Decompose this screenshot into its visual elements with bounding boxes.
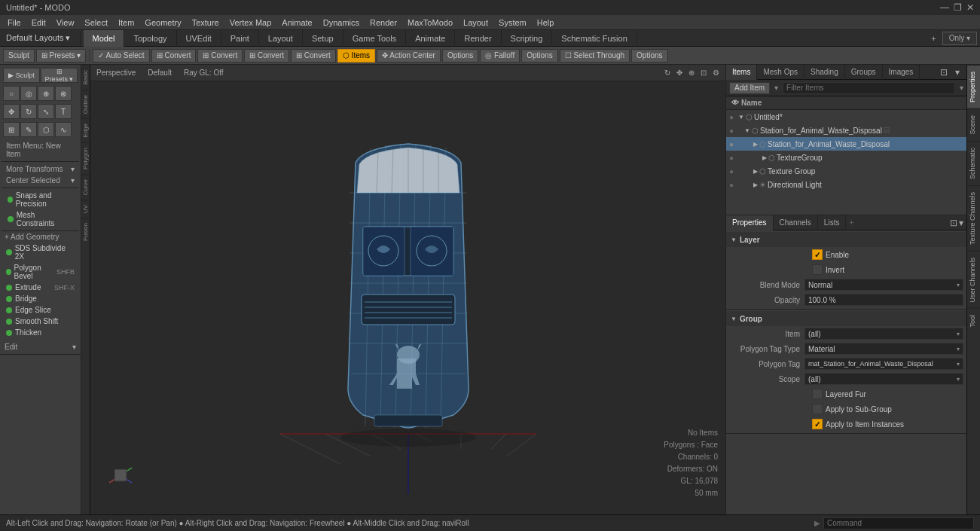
layout-tab-uvedit[interactable]: UVEdit — [177, 30, 221, 47]
edge-vtab[interactable]: Edge — [81, 118, 90, 142]
uv-vtab[interactable]: UV — [81, 200, 90, 218]
arrow-tg1[interactable]: ▶ — [762, 154, 767, 161]
polygon-vtab[interactable]: Polygon — [81, 142, 90, 174]
tab-channels[interactable]: Channels — [774, 215, 818, 230]
props-more-icon[interactable]: ▾ — [959, 218, 963, 228]
scale-tool[interactable]: ⤡ — [38, 104, 54, 119]
snap-tool[interactable]: ⊞ — [3, 122, 20, 137]
vtab-tool[interactable]: Tool — [967, 308, 980, 334]
arrow-tg2[interactable]: ▶ — [753, 168, 758, 175]
vtab-schematic[interactable]: Schematic — [967, 141, 980, 185]
apply-instances-checkbox[interactable]: ✓ — [812, 419, 823, 429]
sculpt-tb-button[interactable]: Sculpt — [3, 49, 35, 63]
layout-tab-schematic-fusion[interactable]: Schematic Fusion — [552, 30, 637, 47]
minimize-button[interactable]: — — [940, 2, 949, 13]
layout-tab-render[interactable]: Render — [455, 30, 501, 47]
options-button-3[interactable]: Options — [631, 49, 667, 63]
spline-tool[interactable]: ∿ — [55, 122, 72, 137]
paint-tool[interactable]: ✎ — [20, 122, 37, 137]
vtab-texture-channels[interactable]: Texture Channels — [967, 185, 980, 251]
layout-tab-animate[interactable]: Animate — [406, 30, 455, 47]
layered-fur-checkbox[interactable] — [812, 389, 823, 399]
menu-item-vertex map[interactable]: Vertex Map — [225, 15, 276, 30]
filter-items-input[interactable] — [783, 82, 955, 94]
preset-selector[interactable]: Default Layouts ▾ — [0, 33, 77, 43]
layout-tab-layout[interactable]: Layout — [259, 30, 303, 47]
poly-tag-value[interactable]: mat_Station_for_Animal_Waste_Disposal ▾ — [804, 358, 963, 370]
tab-shading[interactable]: Shading — [804, 65, 845, 80]
outline-vtab[interactable]: Outline — [81, 90, 90, 118]
menu-item-item[interactable]: Item — [114, 15, 139, 30]
extrude-item[interactable]: Extrude SHF-X — [2, 282, 79, 293]
menu-item-layout[interactable]: Layout — [459, 15, 493, 30]
item-value[interactable]: (all) ▾ — [804, 328, 963, 340]
add-geometry-label[interactable]: + Add Geometry — [2, 231, 79, 243]
arrow-station2[interactable]: ▶ — [753, 141, 758, 148]
enable-checkbox[interactable]: ✓ — [812, 249, 823, 260]
falloff-button[interactable]: ◎ Falloff — [480, 49, 520, 63]
menu-item-help[interactable]: Help — [533, 15, 559, 30]
menu-item-render[interactable]: Render — [365, 15, 401, 30]
edge-slice-item[interactable]: Edge Slice — [2, 304, 79, 316]
select-tool-4[interactable]: ⊗ — [55, 86, 72, 101]
eye-icon-tg1[interactable]: ● — [729, 154, 734, 162]
items-tb-button[interactable]: ⬡ Items — [337, 49, 375, 63]
tab-items[interactable]: Items — [726, 65, 757, 80]
smooth-shift-item[interactable]: Smooth Shift — [2, 316, 79, 327]
invert-checkbox[interactable] — [812, 264, 823, 275]
more-transforms-label[interactable]: More Transforms ▾ — [3, 163, 78, 175]
tree-item-directional-light[interactable]: ● ▶ ☀ Directional Light — [726, 178, 966, 191]
convert-button-2[interactable]: ⊞ Convert — [197, 49, 243, 63]
options-button-2[interactable]: Options — [521, 49, 557, 63]
arrow-light[interactable]: ▶ — [753, 182, 758, 188]
select-tool-2[interactable]: ◎ — [20, 86, 37, 101]
layout-tab-topology[interactable]: Topology — [124, 30, 176, 47]
props-expand-icon[interactable]: ⊡ — [950, 218, 957, 228]
command-input[interactable] — [823, 517, 974, 529]
blend-mode-value[interactable]: Normal ▾ — [804, 279, 963, 291]
select-tool-3[interactable]: ⊕ — [38, 86, 54, 101]
layout-tab-setup[interactable]: Setup — [303, 30, 343, 47]
3d-viewport[interactable]: No Items Polygons : Face Channels: 0 Def… — [90, 81, 725, 514]
menu-item-system[interactable]: System — [494, 15, 531, 30]
mesh-constraints-item[interactable]: Mesh Constraints — [3, 209, 78, 229]
viewport-fit-icon[interactable]: ⊡ — [701, 69, 707, 77]
menu-item-edit[interactable]: Edit — [27, 15, 50, 30]
convert-button-4[interactable]: ⊞ Convert — [291, 49, 336, 63]
sculpt-button[interactable]: ▶ Sculpt — [3, 68, 40, 83]
viewport-pan-icon[interactable]: ✥ — [676, 69, 682, 77]
menu-item-maxtomodo[interactable]: MaxToModo — [403, 15, 457, 30]
group-section-header[interactable]: ▼ Group — [726, 311, 966, 326]
layer-section-header[interactable]: ▼ Layer — [726, 232, 966, 247]
basic-vtab[interactable]: Basic — [81, 65, 90, 90]
tree-item-station-2[interactable]: ● ▶ ⬡ Station_for_Animal_Waste_Disposal — [726, 137, 966, 151]
opacity-value[interactable]: 100.0 % — [804, 294, 963, 306]
layout-tab-scripting[interactable]: Scripting — [502, 30, 553, 47]
marquee-tool[interactable]: ⬡ — [38, 122, 54, 137]
tab-groups[interactable]: Groups — [845, 65, 883, 80]
menu-item-geometry[interactable]: Geometry — [140, 15, 185, 30]
tab-images[interactable]: Images — [883, 65, 920, 80]
options-button-1[interactable]: Options — [442, 49, 478, 63]
thicken-item[interactable]: Thicken — [2, 327, 79, 338]
menu-item-file[interactable]: File — [3, 15, 26, 30]
layout-tab-game-tools[interactable]: Game Tools — [343, 30, 407, 47]
arrow-untitled[interactable]: ▼ — [738, 114, 744, 121]
tree-item-texturegroup2[interactable]: ● ▶ ⬡ Texture Group — [726, 164, 966, 178]
viewport-zoom-icon[interactable]: ⊕ — [688, 69, 695, 77]
action-center-button[interactable]: ✥ Action Center — [377, 49, 441, 63]
presets-tb-button[interactable]: ⊞ Presets ▾ — [36, 49, 86, 63]
polygon-bevel-item[interactable]: Polygon Bevel SHFB — [2, 262, 79, 282]
add-layout-tab-button[interactable]: + — [925, 34, 942, 43]
arrow-station1[interactable]: ▼ — [744, 127, 750, 134]
vtab-properties[interactable]: Properties — [967, 65, 980, 108]
menu-item-select[interactable]: Select — [80, 15, 112, 30]
eye-icon-tg2[interactable]: ● — [729, 167, 734, 175]
add-tab-button[interactable]: + — [846, 218, 856, 227]
auto-select-button[interactable]: ✓ Auto Select — [93, 49, 149, 63]
layout-tab-paint[interactable]: Paint — [221, 30, 259, 47]
select-tool-1[interactable]: ○ — [3, 86, 20, 101]
expand-icon[interactable]: ⊡ — [938, 67, 950, 78]
viewport-rotate-icon[interactable]: ↻ — [664, 69, 670, 77]
item-list-dropdown[interactable]: ▾ — [773, 84, 780, 92]
